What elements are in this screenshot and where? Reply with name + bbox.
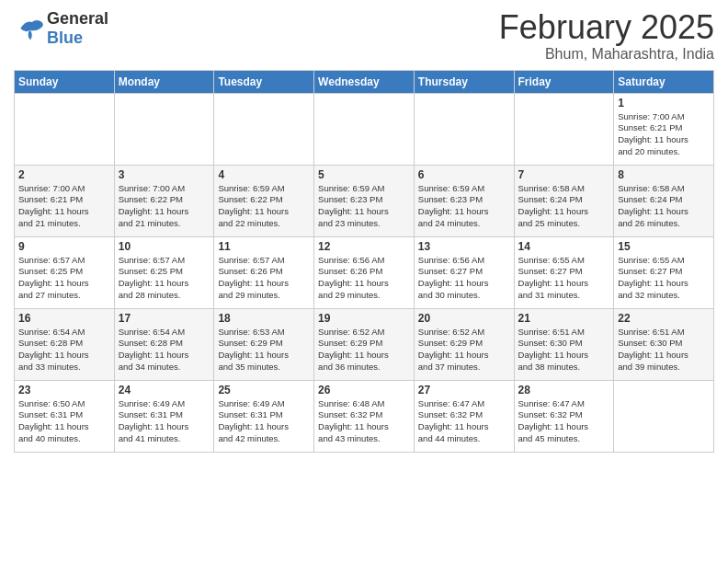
weekday-header-sunday: Sunday <box>15 70 115 93</box>
day-info: Sunrise: 6:59 AM Sunset: 6:22 PM Dayligh… <box>218 183 310 230</box>
logo-blue-text: Blue <box>47 29 108 48</box>
calendar-cell: 10Sunrise: 6:57 AM Sunset: 6:25 PM Dayli… <box>114 236 214 308</box>
day-number: 13 <box>418 240 510 253</box>
day-number: 28 <box>518 384 610 396</box>
location: Bhum, Maharashtra, India <box>499 46 714 63</box>
logo-text: General Blue <box>47 9 108 48</box>
day-info: Sunrise: 6:52 AM Sunset: 6:29 PM Dayligh… <box>418 327 510 373</box>
day-number: 12 <box>318 240 410 253</box>
day-info: Sunrise: 6:51 AM Sunset: 6:30 PM Dayligh… <box>618 327 710 373</box>
calendar-cell: 2Sunrise: 7:00 AM Sunset: 6:21 PM Daylig… <box>15 165 115 236</box>
day-number: 1 <box>618 97 710 109</box>
day-number: 9 <box>18 240 110 253</box>
day-number: 8 <box>618 168 710 181</box>
day-number: 22 <box>618 312 710 325</box>
calendar-cell: 11Sunrise: 6:57 AM Sunset: 6:26 PM Dayli… <box>214 236 314 308</box>
day-info: Sunrise: 6:55 AM Sunset: 6:27 PM Dayligh… <box>518 255 610 302</box>
calendar-cell <box>414 93 514 165</box>
day-info: Sunrise: 6:53 AM Sunset: 6:29 PM Dayligh… <box>218 327 310 373</box>
calendar-cell: 9Sunrise: 6:57 AM Sunset: 6:25 PM Daylig… <box>15 236 115 308</box>
calendar-cell: 19Sunrise: 6:52 AM Sunset: 6:29 PM Dayli… <box>314 308 415 380</box>
calendar-cell: 21Sunrise: 6:51 AM Sunset: 6:30 PM Dayli… <box>514 308 614 380</box>
day-number: 5 <box>318 168 410 181</box>
day-info: Sunrise: 6:55 AM Sunset: 6:27 PM Dayligh… <box>618 255 710 302</box>
weekday-header-row: SundayMondayTuesdayWednesdayThursdayFrid… <box>15 70 714 93</box>
day-number: 26 <box>318 384 410 396</box>
day-number: 24 <box>119 384 210 396</box>
week-row-2: 9Sunrise: 6:57 AM Sunset: 6:25 PM Daylig… <box>15 236 714 308</box>
day-info: Sunrise: 6:52 AM Sunset: 6:29 PM Dayligh… <box>318 327 410 373</box>
weekday-header-tuesday: Tuesday <box>214 70 314 93</box>
weekday-header-monday: Monday <box>114 70 214 93</box>
day-number: 2 <box>18 168 110 181</box>
weekday-header-saturday: Saturday <box>614 70 714 93</box>
day-info: Sunrise: 7:00 AM Sunset: 6:22 PM Dayligh… <box>119 183 210 230</box>
weekday-header-friday: Friday <box>514 70 614 93</box>
day-info: Sunrise: 6:54 AM Sunset: 6:28 PM Dayligh… <box>18 327 110 373</box>
header: General Blue February 2025 Bhum, Maharas… <box>14 9 714 63</box>
day-number: 21 <box>518 312 610 325</box>
calendar-cell: 18Sunrise: 6:53 AM Sunset: 6:29 PM Dayli… <box>214 308 314 380</box>
day-info: Sunrise: 6:57 AM Sunset: 6:25 PM Dayligh… <box>119 255 210 302</box>
calendar-cell: 24Sunrise: 6:49 AM Sunset: 6:31 PM Dayli… <box>114 380 214 452</box>
day-number: 14 <box>518 240 610 253</box>
day-number: 27 <box>418 384 510 396</box>
calendar-cell: 20Sunrise: 6:52 AM Sunset: 6:29 PM Dayli… <box>414 308 514 380</box>
month-title: February 2025 <box>499 9 714 46</box>
weekday-header-thursday: Thursday <box>414 70 514 93</box>
calendar-cell <box>214 93 314 165</box>
day-info: Sunrise: 6:47 AM Sunset: 6:32 PM Dayligh… <box>518 398 610 445</box>
day-number: 7 <box>518 168 610 181</box>
calendar-cell <box>614 380 714 452</box>
week-row-3: 16Sunrise: 6:54 AM Sunset: 6:28 PM Dayli… <box>15 308 714 380</box>
calendar-cell: 15Sunrise: 6:55 AM Sunset: 6:27 PM Dayli… <box>614 236 714 308</box>
logo: General Blue <box>14 9 108 48</box>
day-number: 19 <box>318 312 410 325</box>
calendar-cell: 28Sunrise: 6:47 AM Sunset: 6:32 PM Dayli… <box>514 380 614 452</box>
day-info: Sunrise: 6:56 AM Sunset: 6:27 PM Dayligh… <box>418 255 510 302</box>
calendar-cell: 8Sunrise: 6:58 AM Sunset: 6:24 PM Daylig… <box>614 165 714 236</box>
title-area: February 2025 Bhum, Maharashtra, India <box>499 9 714 63</box>
day-number: 4 <box>218 168 310 181</box>
day-info: Sunrise: 6:58 AM Sunset: 6:24 PM Dayligh… <box>518 183 610 230</box>
calendar-cell: 23Sunrise: 6:50 AM Sunset: 6:31 PM Dayli… <box>15 380 115 452</box>
calendar-cell: 4Sunrise: 6:59 AM Sunset: 6:22 PM Daylig… <box>214 165 314 236</box>
calendar-cell: 22Sunrise: 6:51 AM Sunset: 6:30 PM Dayli… <box>614 308 714 380</box>
calendar-cell: 5Sunrise: 6:59 AM Sunset: 6:23 PM Daylig… <box>314 165 415 236</box>
day-info: Sunrise: 6:47 AM Sunset: 6:32 PM Dayligh… <box>418 398 510 445</box>
day-number: 17 <box>119 312 210 325</box>
week-row-0: 1Sunrise: 7:00 AM Sunset: 6:21 PM Daylig… <box>15 93 714 165</box>
calendar-cell <box>514 93 614 165</box>
day-info: Sunrise: 6:56 AM Sunset: 6:26 PM Dayligh… <box>318 255 410 302</box>
day-info: Sunrise: 6:49 AM Sunset: 6:31 PM Dayligh… <box>119 398 210 445</box>
calendar-table: SundayMondayTuesdayWednesdayThursdayFrid… <box>14 70 714 453</box>
day-info: Sunrise: 6:57 AM Sunset: 6:26 PM Dayligh… <box>218 255 310 302</box>
calendar-cell: 25Sunrise: 6:49 AM Sunset: 6:31 PM Dayli… <box>214 380 314 452</box>
calendar-cell: 1Sunrise: 7:00 AM Sunset: 6:21 PM Daylig… <box>614 93 714 165</box>
calendar-body: 1Sunrise: 7:00 AM Sunset: 6:21 PM Daylig… <box>15 93 714 452</box>
day-info: Sunrise: 6:58 AM Sunset: 6:24 PM Dayligh… <box>618 183 710 230</box>
calendar-cell: 16Sunrise: 6:54 AM Sunset: 6:28 PM Dayli… <box>15 308 115 380</box>
calendar-cell: 6Sunrise: 6:59 AM Sunset: 6:23 PM Daylig… <box>414 165 514 236</box>
calendar-cell: 12Sunrise: 6:56 AM Sunset: 6:26 PM Dayli… <box>314 236 415 308</box>
day-info: Sunrise: 7:00 AM Sunset: 6:21 PM Dayligh… <box>18 183 110 230</box>
calendar-cell <box>314 93 415 165</box>
weekday-header-wednesday: Wednesday <box>314 70 415 93</box>
calendar-cell <box>114 93 214 165</box>
day-number: 6 <box>418 168 510 181</box>
calendar-cell: 27Sunrise: 6:47 AM Sunset: 6:32 PM Dayli… <box>414 380 514 452</box>
day-number: 20 <box>418 312 510 325</box>
day-info: Sunrise: 6:59 AM Sunset: 6:23 PM Dayligh… <box>318 183 410 230</box>
calendar-page: General Blue February 2025 Bhum, Maharas… <box>0 0 728 563</box>
calendar-cell: 7Sunrise: 6:58 AM Sunset: 6:24 PM Daylig… <box>514 165 614 236</box>
day-number: 15 <box>618 240 710 253</box>
day-number: 3 <box>119 168 210 181</box>
day-number: 25 <box>218 384 310 396</box>
day-number: 10 <box>119 240 210 253</box>
day-info: Sunrise: 6:54 AM Sunset: 6:28 PM Dayligh… <box>119 327 210 373</box>
day-number: 11 <box>218 240 310 253</box>
day-number: 18 <box>218 312 310 325</box>
day-info: Sunrise: 6:51 AM Sunset: 6:30 PM Dayligh… <box>518 327 610 373</box>
calendar-cell: 3Sunrise: 7:00 AM Sunset: 6:22 PM Daylig… <box>114 165 214 236</box>
calendar-cell <box>15 93 115 165</box>
